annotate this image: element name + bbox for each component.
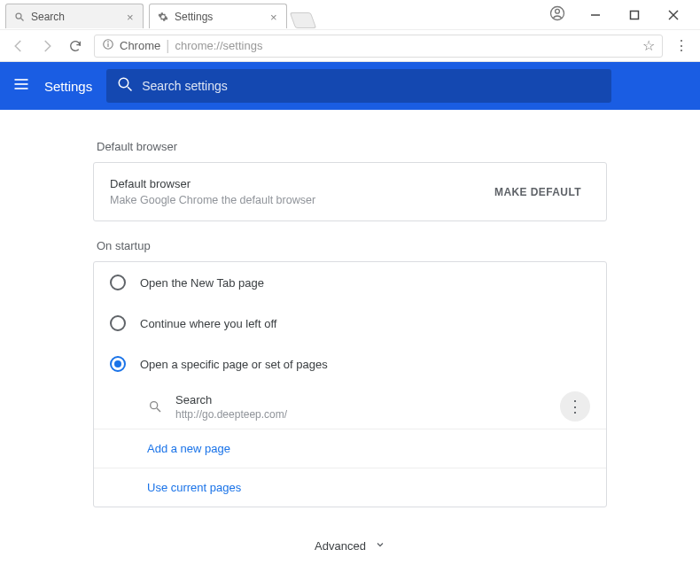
- svg-line-1: [21, 18, 24, 20]
- card-subtitle: Make Google Chrome the default browser: [110, 194, 486, 206]
- svg-point-0: [16, 13, 21, 19]
- svg-point-3: [556, 9, 560, 13]
- chevron-down-icon: [375, 539, 385, 553]
- startup-options-card: Open the New Tab page Continue where you…: [93, 261, 607, 507]
- hamburger-icon[interactable]: [12, 75, 30, 97]
- page-actions-menu[interactable]: ⋮: [560, 391, 590, 422]
- tab-label: Settings: [175, 11, 213, 23]
- radio-icon[interactable]: [110, 315, 126, 331]
- close-icon[interactable]: ×: [127, 11, 137, 21]
- use-current-pages-link[interactable]: Use current pages: [94, 468, 606, 507]
- minimize-button[interactable]: [576, 3, 615, 27]
- section-default-browser: Default browser: [97, 140, 607, 153]
- radio-icon[interactable]: [110, 275, 126, 290]
- make-default-button[interactable]: MAKE DEFAULT: [486, 181, 590, 204]
- option-continue[interactable]: Continue where you left off: [94, 303, 606, 344]
- user-icon[interactable]: [549, 5, 565, 25]
- option-new-tab[interactable]: Open the New Tab page: [94, 262, 606, 303]
- page-url: http://go.deepteep.com/: [175, 408, 548, 421]
- svg-point-14: [119, 78, 128, 88]
- svg-line-17: [157, 408, 160, 412]
- window-title-bar: Search × Settings ×: [0, 0, 700, 30]
- advanced-toggle[interactable]: Advanced: [93, 539, 607, 553]
- forward-button[interactable]: [37, 36, 57, 56]
- content-scroll[interactable]: Default browser Default browser Make Goo…: [0, 110, 700, 588]
- tab-search[interactable]: Search ×: [5, 4, 144, 28]
- radio-icon[interactable]: [110, 356, 126, 372]
- section-on-startup: On startup: [97, 239, 607, 252]
- close-window-button[interactable]: [654, 3, 693, 27]
- card-title: Default browser: [110, 177, 486, 190]
- option-label: Open a specific page or set of pages: [140, 358, 328, 371]
- settings-header: Settings: [0, 62, 700, 110]
- gear-icon: [157, 11, 169, 23]
- maximize-button[interactable]: [615, 3, 654, 27]
- tab-strip: Search × Settings ×: [5, 2, 314, 28]
- svg-rect-5: [631, 11, 639, 19]
- search-input[interactable]: [142, 79, 601, 93]
- option-label: Continue where you left off: [140, 317, 276, 330]
- magnifier-icon: [13, 11, 26, 23]
- svg-line-6: [669, 11, 678, 19]
- svg-point-16: [151, 402, 158, 409]
- tab-label: Search: [31, 11, 65, 23]
- svg-line-7: [669, 11, 678, 19]
- reload-button[interactable]: [66, 36, 85, 56]
- tab-settings[interactable]: Settings ×: [149, 4, 287, 28]
- option-label: Open the New Tab page: [140, 276, 264, 290]
- bookmark-star-icon[interactable]: ☆: [642, 37, 655, 54]
- omnibox[interactable]: Chrome | chrome://settings ☆: [94, 35, 663, 58]
- add-page-link[interactable]: Add a new page: [94, 429, 606, 468]
- page-title: Search: [175, 393, 548, 406]
- magnifier-icon: [147, 398, 163, 414]
- close-icon[interactable]: ×: [270, 11, 281, 21]
- search-icon: [117, 76, 133, 96]
- startup-page-row: Search http://go.deepteep.com/ ⋮: [94, 384, 606, 429]
- back-button[interactable]: [9, 36, 28, 56]
- url-scheme: Chrome: [120, 39, 160, 52]
- new-tab-button[interactable]: [290, 12, 317, 28]
- info-icon: [102, 38, 114, 54]
- advanced-label: Advanced: [315, 539, 366, 553]
- settings-search-box[interactable]: [106, 69, 611, 103]
- default-browser-card: Default browser Make Google Chrome the d…: [93, 162, 607, 221]
- page-title: Settings: [44, 79, 92, 94]
- svg-point-10: [108, 41, 109, 42]
- option-specific-pages[interactable]: Open a specific page or set of pages: [94, 344, 606, 384]
- browser-menu-icon[interactable]: ⋮: [672, 36, 691, 56]
- svg-line-15: [128, 87, 132, 91]
- url-text: chrome://settings: [175, 39, 637, 52]
- settings-content: Default browser Default browser Make Goo…: [93, 110, 607, 588]
- address-bar: Chrome | chrome://settings ☆ ⋮: [0, 30, 700, 62]
